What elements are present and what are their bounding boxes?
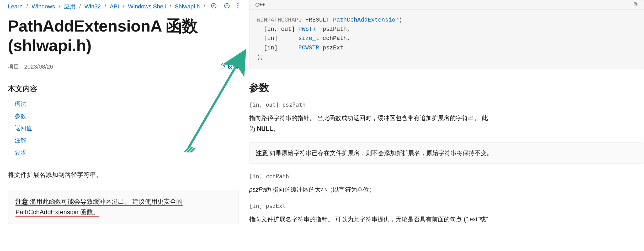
toc-item[interactable]: 语法 bbox=[15, 101, 26, 107]
meta-text: 项目 · 2023/08/26 bbox=[8, 63, 53, 71]
param-description: pszPath 指向的缓冲区的大小（以字符为单位）。 bbox=[249, 184, 644, 195]
note-label: 注意 bbox=[15, 198, 28, 205]
feedback-link[interactable]: 反馈 bbox=[219, 63, 239, 71]
more-icon[interactable] bbox=[237, 3, 239, 10]
svg-point-6 bbox=[237, 3, 238, 4]
breadcrumb-sep: / bbox=[204, 3, 205, 10]
intro-text: 将文件扩展名添加到路径字符串。 bbox=[8, 170, 239, 180]
page-title: PathAddExtensionA 函数 (shlwapi.h) bbox=[8, 16, 239, 55]
note-recommended-link[interactable]: PathCchAddExtension bbox=[15, 208, 78, 216]
code-block: WINPATHCCHAPI HRESULT PathCchAddExtensio… bbox=[249, 9, 644, 69]
toc-item[interactable]: 参数 bbox=[15, 113, 26, 119]
parameters-heading: 参数 bbox=[249, 81, 644, 94]
note-text-tail: 函数。 bbox=[78, 208, 99, 216]
svg-rect-10 bbox=[635, 3, 637, 6]
code-header: C++ bbox=[249, 0, 644, 9]
breadcrumb-item[interactable]: Shlwapi.h bbox=[175, 3, 200, 10]
breadcrumb-item[interactable]: Learn bbox=[8, 3, 23, 10]
breadcrumb-sep: / bbox=[26, 3, 28, 10]
svg-point-8 bbox=[237, 7, 238, 8]
note-box: 注意 如果原始字符串已存在文件扩展名，则不会添加新扩展名，原始字符串将保持不变。 bbox=[249, 142, 644, 164]
save-icon[interactable] bbox=[224, 3, 230, 10]
breadcrumb-sep: / bbox=[169, 3, 171, 10]
thumb-icon bbox=[219, 63, 225, 70]
breadcrumb-item[interactable]: Windows Shell bbox=[128, 3, 166, 10]
note-text: 如果原始字符串已存在文件扩展名，则不会添加新扩展名，原始字符串将保持不变。 bbox=[268, 150, 493, 156]
toc-list: 语法 参数 返回值 注解 要求 bbox=[8, 100, 239, 156]
right-article: C++ WINPATHCCHAPI HRESULT PathCchAddExte… bbox=[247, 0, 644, 251]
breadcrumb-sep: / bbox=[59, 3, 60, 10]
breadcrumb-sep: / bbox=[104, 3, 106, 10]
toc-item[interactable]: 要求 bbox=[15, 149, 26, 156]
breadcrumb-sep: / bbox=[123, 3, 124, 10]
toc-item[interactable]: 返回值 bbox=[15, 125, 32, 131]
note-box: 注意 滥用此函数可能会导致缓冲区溢出。 建议使用更安全的 PathCchAddE… bbox=[8, 190, 239, 224]
breadcrumb-sep: / bbox=[79, 3, 81, 10]
code-lang: C++ bbox=[255, 2, 265, 8]
toc-item[interactable]: 注解 bbox=[15, 137, 26, 144]
note-text: 滥用此函数可能会导致缓冲区溢出。 建议使用更安全的 bbox=[28, 198, 183, 205]
meta-row: 项目 · 2023/08/26 反馈 bbox=[8, 63, 239, 71]
copy-icon[interactable] bbox=[633, 2, 638, 8]
toc-heading: 本文内容 bbox=[8, 84, 239, 94]
svg-point-7 bbox=[237, 5, 238, 6]
breadcrumb-item[interactable]: Win32 bbox=[84, 3, 101, 10]
param-description: 指向文件扩展名字符串的指针。 可以为此字符串提供，无论是否具有前面的句点 (".… bbox=[249, 214, 644, 225]
note-label: 注意 bbox=[256, 150, 268, 156]
param-description: 指向路径字符串的指针。 当此函数成功返回时，缓冲区包含带有追加扩展名的字符串。 … bbox=[249, 113, 644, 135]
breadcrumb: Learn/ Windows/ 应用/ Win32/ API/ Windows … bbox=[8, 3, 239, 11]
svg-rect-11 bbox=[634, 3, 636, 5]
left-article: Learn/ Windows/ 应用/ Win32/ API/ Windows … bbox=[0, 0, 247, 251]
param-signature: [in] pszExt bbox=[249, 203, 644, 209]
param-signature: [in] cchPath bbox=[249, 173, 644, 180]
breadcrumb-item[interactable]: Windows bbox=[31, 3, 55, 10]
breadcrumb-actions bbox=[211, 3, 239, 10]
breadcrumb-item[interactable]: API bbox=[110, 3, 119, 10]
add-icon[interactable] bbox=[211, 3, 217, 10]
breadcrumb-item[interactable]: 应用 bbox=[64, 3, 76, 11]
param-signature: [in, out] pszPath bbox=[249, 102, 644, 108]
